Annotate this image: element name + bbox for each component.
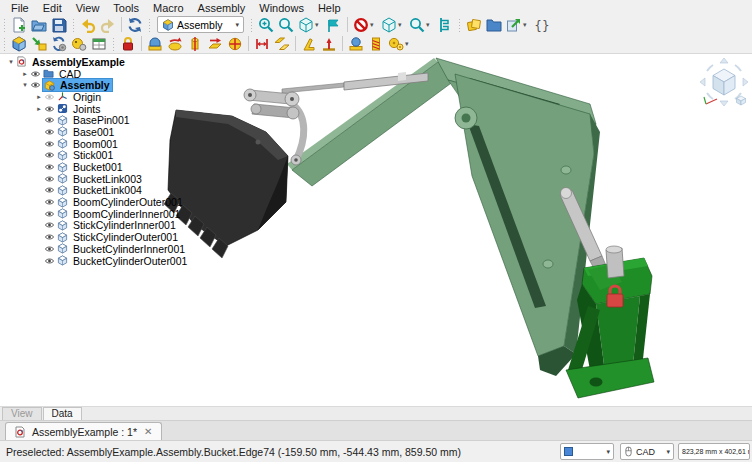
menu-edit[interactable]: Edit bbox=[36, 1, 69, 15]
angle-joint-button[interactable] bbox=[299, 34, 319, 54]
expander-icon[interactable] bbox=[20, 81, 30, 89]
navigation-cube[interactable] bbox=[700, 58, 748, 106]
simulation-button[interactable] bbox=[69, 34, 89, 54]
toggle-grounded-button[interactable] bbox=[118, 34, 138, 54]
tree-item-joints[interactable]: Joints bbox=[2, 103, 212, 115]
open-file-button[interactable] bbox=[29, 15, 49, 35]
document-tab[interactable]: AssemblyExample : 1* bbox=[5, 422, 162, 440]
expander-icon[interactable] bbox=[20, 70, 30, 78]
visibility-eye-icon[interactable] bbox=[44, 127, 55, 137]
menu-view[interactable]: View bbox=[69, 1, 107, 15]
screw-joint-button[interactable] bbox=[366, 34, 386, 54]
parallel-joint-button[interactable] bbox=[272, 34, 292, 54]
tab-data[interactable]: Data bbox=[43, 407, 82, 420]
tree-item-basepin001[interactable]: BasePin001 bbox=[2, 114, 212, 126]
draw-style-selector[interactable] bbox=[560, 443, 614, 460]
export-button[interactable]: ▾ bbox=[504, 15, 532, 35]
axonometric-view-button[interactable]: ▾ bbox=[296, 15, 324, 35]
expander-icon[interactable] bbox=[34, 93, 44, 101]
slider-joint-button[interactable] bbox=[205, 34, 225, 54]
menu-windows[interactable]: Windows bbox=[252, 1, 311, 15]
workbench-selector[interactable]: Assembly ▾ bbox=[157, 16, 244, 33]
visibility-eye-icon[interactable] bbox=[44, 185, 55, 195]
tree-item-bucketcylinderouter001[interactable]: BucketCylinderOuter001 bbox=[2, 255, 212, 267]
fit-all-button[interactable] bbox=[256, 15, 276, 35]
toolbar-grip[interactable] bbox=[2, 18, 7, 32]
tree-item-stick001[interactable]: Stick001 bbox=[2, 150, 212, 162]
visibility-eye-icon[interactable] bbox=[44, 220, 55, 230]
expander-icon[interactable] bbox=[6, 58, 16, 66]
tree-item-boomcylinderinner001[interactable]: BoomCylinderInner001 bbox=[2, 208, 212, 220]
tree-item-bucketcylinderinner001[interactable]: BucketCylinderInner001 bbox=[2, 243, 212, 255]
visibility-eye-icon[interactable] bbox=[44, 209, 55, 219]
visibility-eye-icon[interactable] bbox=[44, 139, 55, 149]
visibility-eye-icon[interactable] bbox=[44, 256, 55, 266]
visibility-eye-icon[interactable] bbox=[44, 197, 55, 207]
new-file-button[interactable] bbox=[9, 15, 29, 35]
tree-item-boomcylinderouter001[interactable]: BoomCylinderOuter001 bbox=[2, 196, 212, 208]
tree-item-cad[interactable]: CAD bbox=[2, 68, 212, 80]
ball-joint-button[interactable] bbox=[225, 34, 245, 54]
distance-joint-button[interactable] bbox=[252, 34, 272, 54]
measure-button[interactable] bbox=[435, 15, 455, 35]
redo-button[interactable] bbox=[98, 15, 118, 35]
menu-file[interactable]: File bbox=[4, 1, 36, 15]
zoom-selection-button[interactable] bbox=[276, 15, 296, 35]
view-dimensions-selector[interactable]: 823,28 mm x 402,61 mm bbox=[678, 443, 750, 460]
group-folder-button[interactable] bbox=[484, 15, 504, 35]
visibility-eye-icon[interactable] bbox=[44, 244, 55, 254]
menu-assembly[interactable]: Assembly bbox=[191, 1, 253, 15]
fixed-joint-button[interactable] bbox=[145, 34, 165, 54]
tree-item-stickcylinderinner001[interactable]: StickCylinderInner001 bbox=[2, 220, 212, 232]
visibility-eye-icon[interactable] bbox=[44, 162, 55, 172]
insert-component-button[interactable] bbox=[29, 34, 49, 54]
visibility-eye-icon[interactable] bbox=[44, 232, 55, 242]
visibility-eye-icon[interactable] bbox=[30, 80, 41, 90]
3d-viewport[interactable]: AssemblyExample CAD Assembly Or bbox=[0, 54, 752, 406]
tree-item-stickcylinderouter001[interactable]: StickCylinderOuter001 bbox=[2, 231, 212, 243]
tree-item-base001[interactable]: Base001 bbox=[2, 126, 212, 138]
bill-of-materials-button[interactable] bbox=[89, 34, 109, 54]
appearance-button[interactable] bbox=[464, 15, 484, 35]
visibility-eye-icon[interactable] bbox=[44, 150, 55, 160]
tree-item-bucketlink003[interactable]: BucketLink003 bbox=[2, 173, 212, 185]
visibility-eye-icon[interactable] bbox=[44, 92, 55, 102]
tree-item-assembly[interactable]: Assembly bbox=[2, 79, 212, 91]
toolbar-grip[interactable] bbox=[111, 37, 116, 51]
toolbar-grip[interactable] bbox=[249, 18, 254, 32]
undo-button[interactable] bbox=[78, 15, 98, 35]
create-assembly-button[interactable] bbox=[9, 34, 29, 54]
gear-belt-joint-button[interactable]: ▾ bbox=[386, 34, 414, 54]
save-button[interactable] bbox=[49, 15, 69, 35]
cylindrical-joint-button[interactable] bbox=[185, 34, 205, 54]
visibility-eye-icon[interactable] bbox=[30, 69, 41, 79]
tree-item-assemblyexample[interactable]: AssemblyExample bbox=[2, 56, 212, 68]
visibility-eye-icon[interactable] bbox=[44, 115, 55, 125]
toolbar-grip[interactable] bbox=[2, 37, 7, 51]
visibility-eye-icon[interactable] bbox=[44, 104, 55, 114]
revolute-joint-button[interactable] bbox=[165, 34, 185, 54]
tree-item-bucketlink004[interactable]: BucketLink004 bbox=[2, 185, 212, 197]
rack-pinion-joint-button[interactable] bbox=[346, 34, 366, 54]
menu-help[interactable]: Help bbox=[311, 1, 348, 15]
visibility-eye-icon[interactable] bbox=[44, 174, 55, 184]
perpendicular-joint-button[interactable] bbox=[319, 34, 339, 54]
toolbar-grip[interactable] bbox=[457, 18, 462, 32]
tab-view[interactable]: View bbox=[2, 407, 42, 420]
tree-item-bucket001[interactable]: Bucket001 bbox=[2, 161, 212, 173]
part-stick[interactable] bbox=[287, 58, 458, 186]
zoom-tools-button[interactable]: ▾ bbox=[407, 15, 435, 35]
expander-icon[interactable] bbox=[34, 105, 44, 113]
refresh-button[interactable] bbox=[125, 15, 145, 35]
toolbar-grip[interactable] bbox=[147, 18, 152, 32]
tree-item-boom001[interactable]: Boom001 bbox=[2, 138, 212, 150]
toolbar-grip[interactable] bbox=[71, 18, 76, 32]
align-view-button[interactable] bbox=[324, 15, 344, 35]
solve-assembly-button[interactable] bbox=[49, 34, 69, 54]
draw-style-button[interactable]: ▾ bbox=[351, 15, 379, 35]
expression-button[interactable] bbox=[532, 15, 552, 35]
visibility-button[interactable]: ▾ bbox=[379, 15, 407, 35]
navigation-style-selector[interactable]: CAD bbox=[620, 443, 674, 460]
menu-macro[interactable]: Macro bbox=[146, 1, 191, 15]
close-icon[interactable] bbox=[143, 426, 153, 437]
